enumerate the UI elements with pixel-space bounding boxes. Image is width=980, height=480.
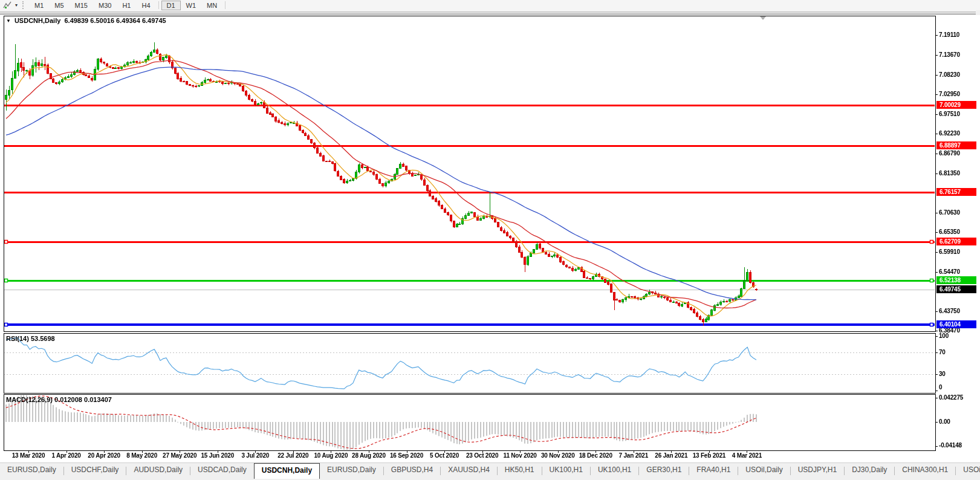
chart-ohlc-values: 6.49839 6.50016 6.49364 6.49745 xyxy=(64,17,166,24)
price-tick-label: 7.02950 xyxy=(939,91,978,98)
chart-title: ▼USDCNH,Daily 6.49839 6.50016 6.49364 6.… xyxy=(6,17,166,24)
chart-tab-xauusd-h4[interactable]: XAUUSD,H4 xyxy=(441,463,497,478)
price-tick-label: 6.97510 xyxy=(939,111,978,118)
chart-tab-ger30-h1[interactable]: GER30,H1 xyxy=(639,463,689,478)
price-tick-label: 6.43750 xyxy=(939,308,978,315)
current-price-badge: 6.49745 xyxy=(936,285,976,293)
macd-indicator-label: MACD(12,26,9) 0.012008 0.013407 xyxy=(6,396,112,403)
date-tick-label: 26 Jan 2021 xyxy=(655,452,687,459)
chart-tab-audusd-daily[interactable]: AUDUSD,Daily xyxy=(126,463,190,478)
chart-tab-usoil-daily[interactable]: USOil,Daily xyxy=(738,463,790,478)
chart-tab-usoil[interactable]: USOil, xyxy=(956,463,980,478)
date-tick-label: 16 Sep 2020 xyxy=(390,452,423,459)
rsi-scale-label: 70 xyxy=(939,349,978,356)
chart-tab-usdchf-daily[interactable]: USDCHF,Daily xyxy=(64,463,126,478)
date-tick-label: 22 Jul 2020 xyxy=(277,452,308,459)
date-tick-label: 4 Mar 2021 xyxy=(732,452,762,459)
price-chart-canvas[interactable] xyxy=(0,0,980,480)
price-tick-label: 6.70630 xyxy=(939,209,978,216)
date-tick-label: 5 Oct 2020 xyxy=(430,452,459,459)
price-tick-label: 6.59910 xyxy=(939,248,978,256)
macd-scale-label: 0.00 xyxy=(939,418,978,426)
macd-scale-label: -0.04148 xyxy=(939,442,978,449)
chart-tab-usdjpy-h1[interactable]: USDJPY,H1 xyxy=(791,463,844,478)
date-tick-label: 3 Jul 2020 xyxy=(241,452,269,459)
level-price-badge: 6.62709 xyxy=(936,238,976,245)
chart-tab-eurusd-daily[interactable]: EURUSD,Daily xyxy=(320,463,383,478)
chart-tab-usdcnh-daily[interactable]: USDCNH,Daily xyxy=(254,463,320,479)
price-tick-label: 7.08230 xyxy=(939,71,978,79)
level-price-badge: 6.40104 xyxy=(936,320,976,328)
level-price-badge: 6.52138 xyxy=(936,276,976,284)
rsi-indicator-label: RSI(14) 53.5698 xyxy=(6,335,55,342)
chart-symbol-label: USDCNH,Daily xyxy=(15,17,60,24)
collapse-triangle-icon[interactable]: ▼ xyxy=(6,18,11,24)
chart-tab-gbpusd-h4[interactable]: GBPUSD,H4 xyxy=(384,463,440,478)
rsi-scale-label: 30 xyxy=(939,371,978,378)
date-tick-label: 1 Apr 2020 xyxy=(51,452,80,459)
chart-tab-uk100-h1[interactable]: UK100,H1 xyxy=(591,463,638,478)
mt4-terminal: { "toolbar": { "chart_icon_name": "chart… xyxy=(0,0,980,480)
level-price-badge: 6.76157 xyxy=(936,188,976,196)
date-tick-label: 7 Jan 2021 xyxy=(618,452,648,459)
date-tick-label: 27 May 2020 xyxy=(163,452,196,459)
date-tick-label: 15 Jun 2020 xyxy=(201,452,234,459)
date-tick-label: 8 May 2020 xyxy=(126,452,157,459)
date-tick-label: 20 Apr 2020 xyxy=(88,452,120,459)
price-tick-label: 6.86790 xyxy=(939,150,978,157)
rsi-scale-label: 0 xyxy=(939,384,978,391)
date-tick-label: 13 Mar 2020 xyxy=(12,452,45,459)
date-tick-label: 11 Nov 2020 xyxy=(504,452,537,459)
chart-tab-fra40-h1[interactable]: FRA40,H1 xyxy=(689,463,738,478)
level-price-badge: 7.00029 xyxy=(936,101,976,109)
chart-tab-bar: EURUSD,DailyUSDCHF,DailyAUDUSD,DailyUSDC… xyxy=(0,462,980,480)
price-tick-label: 7.19110 xyxy=(939,31,978,39)
level-price-badge: 6.88897 xyxy=(936,141,976,149)
price-tick-label: 6.92230 xyxy=(939,130,978,137)
price-tick-label: 6.81350 xyxy=(939,170,978,177)
date-tick-label: 18 Dec 2020 xyxy=(579,452,612,459)
rsi-scale-label: 100 xyxy=(939,332,978,340)
chart-tab-usdcad-daily[interactable]: USDCAD,Daily xyxy=(190,463,254,478)
date-tick-label: 30 Nov 2020 xyxy=(541,452,575,459)
chart-tab-eurusd-daily[interactable]: EURUSD,Daily xyxy=(0,463,63,478)
date-tick-label: 28 Aug 2020 xyxy=(352,452,386,459)
price-tick-label: 6.54470 xyxy=(939,268,978,276)
macd-scale-label: 0.042275 xyxy=(939,394,978,401)
date-tick-label: 13 Feb 2021 xyxy=(693,452,726,459)
chart-tab-uk100-h1[interactable]: UK100,H1 xyxy=(542,463,590,478)
date-tick-label: 10 Aug 2020 xyxy=(314,452,348,459)
date-tick-label: 23 Oct 2020 xyxy=(466,452,498,459)
chart-tab-china300-h1[interactable]: CHINA300,H1 xyxy=(895,463,955,478)
price-tick-label: 6.65350 xyxy=(939,229,978,236)
chart-tab-dj30-daily[interactable]: DJ30,Daily xyxy=(845,463,894,478)
price-tick-label: 7.13670 xyxy=(939,51,978,59)
chart-tab-hk50-h1[interactable]: HK50,H1 xyxy=(498,463,542,478)
